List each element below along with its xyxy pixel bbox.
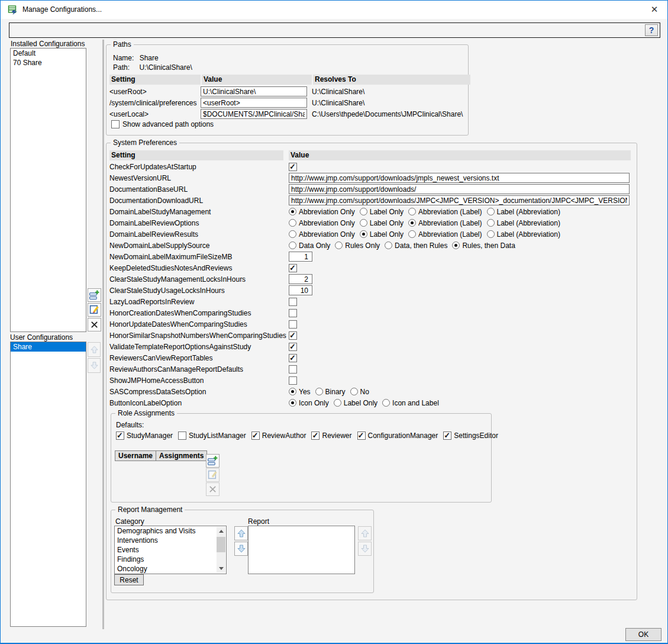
ShowJMPHomeAccessButton-checkbox[interactable] xyxy=(289,376,297,385)
DomainLabelReviewResults-radio[interactable] xyxy=(360,230,367,238)
scroll-up-icon[interactable] xyxy=(217,527,225,536)
report-move-up-button[interactable] xyxy=(358,526,372,540)
category-item[interactable]: Demographics and Visits xyxy=(115,526,217,536)
radio-option[interactable]: Label Only xyxy=(360,208,404,216)
ButtonIconLabelOption-radio[interactable] xyxy=(334,399,341,407)
HonorUpdateDatesWhenComparingStudies-checkbox[interactable] xyxy=(289,320,297,329)
LazyLoadReportsInReview-checkbox[interactable] xyxy=(289,298,297,306)
HonorCreationDatesWhenComparingStudies-checkbox[interactable] xyxy=(289,309,297,317)
radio-option[interactable]: Yes xyxy=(289,388,311,396)
DomainLabelReviewResults-radio[interactable] xyxy=(408,230,416,238)
NewDomainLabelMaximumFileSizeMB-input[interactable] xyxy=(289,252,312,262)
StudyListManager-checkbox[interactable] xyxy=(178,432,186,440)
ReviewAuthorsCanManageReportDefaults-checkbox[interactable] xyxy=(289,365,297,373)
DomainLabelReviewOptions-radio[interactable] xyxy=(487,219,495,227)
category-item[interactable]: Events xyxy=(115,545,217,555)
report-move-down-button[interactable] xyxy=(358,542,372,556)
move-up-button[interactable] xyxy=(88,342,101,357)
radio-option[interactable]: Binary xyxy=(315,388,346,396)
SASCompressDataSetsOption-radio[interactable] xyxy=(350,388,358,395)
DomainLabelReviewOptions-radio[interactable] xyxy=(289,219,296,227)
DocumentationBaseURL-input[interactable] xyxy=(289,184,630,194)
category-move-up-button[interactable] xyxy=(234,526,248,540)
radio-option[interactable]: Abbreviation (Label) xyxy=(408,230,482,239)
installed-configurations-list[interactable]: Default70 Share xyxy=(10,48,86,332)
DomainLabelStudyManagement-radio[interactable] xyxy=(360,208,367,215)
radio-option[interactable]: Abbreviation Only xyxy=(289,208,355,216)
category-scrollbar[interactable] xyxy=(217,527,225,573)
Reviewer-checkbox[interactable] xyxy=(311,432,320,440)
user-configurations-list[interactable]: Share xyxy=(10,342,86,627)
report-list[interactable] xyxy=(248,526,355,574)
SettingsEditor-checkbox[interactable] xyxy=(443,432,451,440)
DomainLabelStudyManagement-radio[interactable] xyxy=(289,208,296,215)
radio-option[interactable]: Abbreviation (Label) xyxy=(408,219,482,227)
radio-option[interactable]: Data, then Rules xyxy=(385,242,447,250)
radio-option[interactable]: Abbreviation (Label) xyxy=(408,208,482,216)
KeepDeletedStudiesNotesAndReviews-checkbox[interactable] xyxy=(289,264,297,272)
radio-option[interactable]: Rules, then Data xyxy=(452,242,515,250)
SASCompressDataSetsOption-radio[interactable] xyxy=(289,388,296,395)
ClearStaleStudyManagementLocksInHours-input[interactable] xyxy=(289,274,312,284)
user-configuration-item[interactable]: Share xyxy=(11,342,86,352)
add-role-assignment-button[interactable] xyxy=(206,454,220,468)
installed-configuration-item[interactable]: 70 Share xyxy=(11,58,86,67)
scroll-down-icon[interactable] xyxy=(217,564,225,573)
ReviewersCanViewReportTables-checkbox[interactable] xyxy=(289,354,297,362)
radio-option[interactable]: Label (Abbreviation) xyxy=(487,208,560,216)
radio-option[interactable]: Abbreviation Only xyxy=(289,230,355,239)
radio-option[interactable]: Label (Abbreviation) xyxy=(487,219,560,227)
delete-role-assignment-button[interactable] xyxy=(206,482,220,496)
NewestVersionURL-input[interactable] xyxy=(289,173,630,183)
NewDomainLabelSupplySource-radio[interactable] xyxy=(452,242,460,249)
edit-configuration-button[interactable] xyxy=(88,303,101,317)
NewDomainLabelSupplySource-radio[interactable] xyxy=(335,242,343,249)
radio-option[interactable]: Icon and Label xyxy=(382,399,439,407)
NewDomainLabelSupplySource-radio[interactable] xyxy=(385,242,392,249)
category-list[interactable]: Demographics and VisitsInterventionsEven… xyxy=(114,526,227,574)
DomainLabelStudyManagement-radio[interactable] xyxy=(408,208,416,215)
radio-option[interactable]: No xyxy=(350,388,369,396)
close-button[interactable]: ✕ xyxy=(645,2,664,17)
radio-option[interactable]: Label Only xyxy=(334,399,377,407)
ClearStaleStudyUsageLocksInHours-input[interactable] xyxy=(289,285,312,295)
SASCompressDataSetsOption-radio[interactable] xyxy=(315,388,323,395)
help-button[interactable]: ? xyxy=(645,24,658,36)
DocumentationDownloadURL-input[interactable] xyxy=(289,195,630,205)
installed-configuration-item[interactable]: Default xyxy=(11,49,86,58)
radio-option[interactable]: Abbreviation Only xyxy=(289,219,355,227)
category-move-down-button[interactable] xyxy=(234,542,248,556)
DomainLabelStudyManagement-radio[interactable] xyxy=(487,208,495,215)
DomainLabelReviewOptions-radio[interactable] xyxy=(360,219,367,227)
NewDomainLabelSupplySource-radio[interactable] xyxy=(289,242,296,249)
radio-option[interactable]: Label (Abbreviation) xyxy=(487,230,560,239)
category-item[interactable]: Interventions xyxy=(115,536,217,545)
radio-option[interactable]: Label Only xyxy=(360,230,404,239)
category-item[interactable]: Findings xyxy=(115,555,217,564)
move-down-button[interactable] xyxy=(88,358,101,373)
scrollbar-thumb[interactable] xyxy=(217,537,225,552)
edit-role-assignment-button[interactable] xyxy=(206,468,220,482)
add-configuration-button[interactable] xyxy=(88,288,101,302)
radio-option[interactable]: Label Only xyxy=(360,219,404,227)
show-advanced-path-options-checkbox[interactable] xyxy=(111,120,120,128)
ValidateTemplateReportOptionsAgainstStudy-checkbox[interactable] xyxy=(289,343,297,351)
ok-button[interactable]: OK xyxy=(625,628,661,641)
radio-option[interactable]: Data Only xyxy=(289,242,330,250)
StudyManager-checkbox[interactable] xyxy=(116,432,124,440)
ReviewAuthor-checkbox[interactable] xyxy=(251,432,260,440)
ButtonIconLabelOption-radio[interactable] xyxy=(382,399,390,407)
path-value-input[interactable] xyxy=(201,86,307,96)
ConfigurationManager-checkbox[interactable] xyxy=(357,432,366,440)
path-value-input[interactable] xyxy=(201,109,307,119)
HonorSimilarSnapshotNumbersWhenComparingStudies-checkbox[interactable] xyxy=(289,331,297,340)
path-value-input[interactable] xyxy=(201,98,307,108)
CheckForUpdatesAtStartup-checkbox[interactable] xyxy=(289,163,297,171)
delete-configuration-button[interactable] xyxy=(88,318,101,331)
reset-button[interactable]: Reset xyxy=(114,574,144,585)
DomainLabelReviewResults-radio[interactable] xyxy=(289,230,296,238)
DomainLabelReviewResults-radio[interactable] xyxy=(487,230,495,238)
radio-option[interactable]: Icon Only xyxy=(289,399,329,407)
DomainLabelReviewOptions-radio[interactable] xyxy=(408,219,416,227)
category-item[interactable]: Oncology xyxy=(115,564,217,574)
